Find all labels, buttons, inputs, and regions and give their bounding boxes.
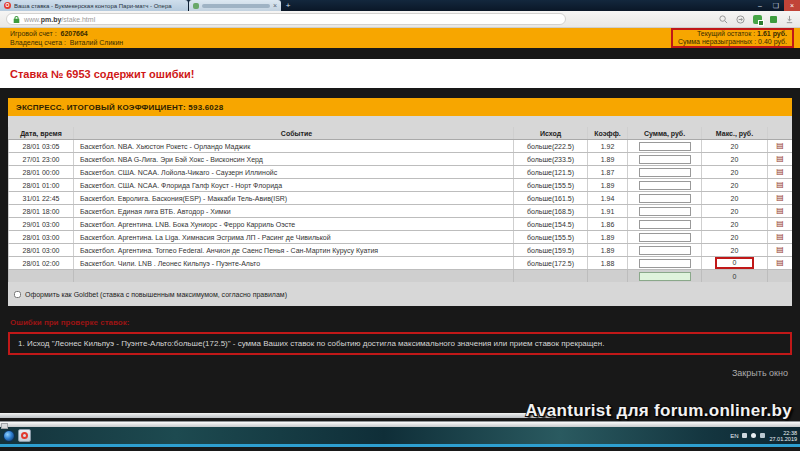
sum-input[interactable] [639, 246, 691, 255]
download-icon[interactable] [785, 15, 794, 24]
total-sum-input[interactable] [639, 272, 691, 281]
row-coeff: 1.89 [588, 179, 628, 191]
row-date: 28/01 03:05 [8, 140, 74, 152]
maximize-button[interactable]: ❏ [768, 0, 784, 11]
language-indicator[interactable]: EN [730, 433, 738, 439]
url-field[interactable]: www.pm.by/stake.html [6, 13, 566, 25]
bet-error-title: Ставка № 6953 содержит ошибки! [10, 68, 194, 80]
errors-heading: Ошибки при проверке ставок: [0, 318, 800, 327]
row-event: Баскетбол. Евролига. Баскония(ESP) - Мак… [74, 192, 514, 204]
max-value: 20 [731, 143, 739, 150]
system-tray: EN 22:38 27.01.2019 [730, 430, 797, 442]
row-coeff: 1.91 [588, 205, 628, 217]
goldbet-option[interactable]: Оформить как Goldbet (ставка с повышенны… [8, 291, 792, 298]
table-row: 31/01 22:45 Баскетбол. Евролига. Баскони… [8, 192, 792, 205]
row-outcome: больше(161.5) [514, 192, 588, 204]
row-outcome: больше(121.5) [514, 166, 588, 178]
close-window-link[interactable]: Закрыть окно [0, 368, 800, 378]
balance-value: 1.61 руб. [757, 30, 787, 37]
close-button[interactable]: × [784, 0, 800, 11]
minimize-button[interactable]: – [752, 0, 768, 11]
balance-label: Текущий остаток : [697, 30, 755, 37]
table-body: 28/01 03:05 Баскетбол. NBA. Хьюстон Роке… [8, 140, 792, 270]
sum-input[interactable] [639, 194, 691, 203]
errors-section: Ошибки при проверке ставок: 1. Исход "Ле… [0, 306, 800, 403]
clock-date: 27.01.2019 [769, 436, 797, 442]
row-outcome: больше(168.5) [514, 205, 588, 217]
lock-icon [13, 16, 20, 23]
clock[interactable]: 22:38 27.01.2019 [769, 430, 797, 442]
table-row: 28/01 03:05 Баскетбол. NBA. Хьюстон Роке… [8, 140, 792, 153]
search-icon[interactable] [719, 15, 728, 24]
max-value: 20 [731, 195, 739, 202]
event-stats-icon[interactable]: ▤ [776, 233, 784, 241]
row-event: Баскетбол. Аргентина. LNB. Бока Хуниорс … [74, 218, 514, 230]
row-outcome: больше(159.5) [514, 244, 588, 256]
sum-input[interactable] [639, 233, 691, 242]
browser-tab-inactive[interactable]: × [189, 0, 281, 11]
event-stats-icon[interactable]: ▤ [776, 194, 784, 202]
tray-update-icon[interactable] [751, 433, 756, 438]
row-date: 28/01 02:00 [8, 257, 74, 269]
row-event: Баскетбол. США. NCAA. Лойола-Чикаго - Са… [74, 166, 514, 178]
event-stats-icon[interactable]: ▤ [776, 155, 784, 163]
max-value: 0 [715, 257, 755, 269]
tray-network-icon[interactable] [742, 433, 747, 438]
sum-input[interactable] [639, 181, 691, 190]
table-total-row: 0 [8, 270, 792, 282]
owner-label: Владелец счета : [10, 39, 66, 46]
game-account-number: 6207664 [60, 30, 87, 37]
bet-error-strip: Ставка № 6953 содержит ошибки! [0, 59, 800, 88]
event-stats-icon[interactable]: ▤ [776, 246, 784, 254]
header-outcome: Исход [514, 127, 588, 139]
row-outcome: больше(172.5) [514, 257, 588, 269]
start-button[interactable] [3, 430, 15, 442]
max-value: 20 [731, 156, 739, 163]
row-event: Баскетбол. Аргентина. Torneo Federal. Ан… [74, 244, 514, 256]
table-row: 28/01 01:00 Баскетбол. США. NCAA. Флорид… [8, 179, 792, 192]
addressbar-icons [719, 15, 794, 24]
browser-tab-active[interactable]: O Ваша ставка - Букмекерская контора Пар… [0, 0, 188, 11]
goldbet-checkbox[interactable] [14, 291, 21, 298]
address-bar: www.pm.by/stake.html [0, 11, 800, 28]
event-stats-icon[interactable]: ▤ [776, 220, 784, 228]
sum-input[interactable] [639, 220, 691, 229]
row-outcome: больше(222.5) [514, 140, 588, 152]
sum-input[interactable] [639, 155, 691, 164]
sum-input[interactable] [639, 207, 691, 216]
share-icon[interactable] [736, 15, 745, 24]
row-date: 28/01 01:00 [8, 179, 74, 191]
window-title: Ваша ставка - Букмекерская контора Пари-… [14, 3, 172, 9]
sum-input[interactable] [639, 259, 691, 268]
coupon-panel: ЭКСПРЕСС. ИТОГОВЫЙ КОЭФФИЦИЕНТ: 593.6028… [8, 98, 792, 306]
window-controls: – ❏ × [752, 0, 800, 11]
table-row: 29/01 03:00 Баскетбол. Аргентина. LNB. Б… [8, 218, 792, 231]
tray-volume-icon[interactable] [760, 433, 765, 438]
tab-close-icon[interactable]: × [273, 2, 277, 9]
event-stats-icon[interactable]: ▤ [776, 181, 784, 189]
sum-input[interactable] [639, 168, 691, 177]
opera-icon: O [4, 2, 11, 9]
watermark-band: Avanturist для forum.onliner.by [0, 403, 800, 421]
plugin-icon[interactable] [770, 16, 777, 23]
new-tab-button[interactable]: + [281, 0, 295, 11]
table-row: 28/01 02:00 Баскетбол. Чили. LNB . Леоне… [8, 257, 792, 270]
sum-input[interactable] [639, 142, 691, 151]
row-event: Баскетбол. Чили. LNB . Леонес Кильпуэ - … [74, 257, 514, 269]
event-stats-icon[interactable]: ▤ [776, 168, 784, 176]
extension-icon[interactable] [753, 15, 762, 24]
goldbet-label: Оформить как Goldbet (ставка с повышенны… [25, 291, 287, 298]
event-stats-icon[interactable]: ▤ [776, 207, 784, 215]
background-window-edge [0, 413, 556, 418]
taskbar-bottom-line [0, 444, 800, 447]
event-stats-icon[interactable]: ▤ [776, 142, 784, 150]
taskbar-opera-icon[interactable] [18, 429, 31, 442]
row-event: Баскетбол. США. NCAA. Флорида Галф Коуст… [74, 179, 514, 191]
event-stats-icon[interactable]: ▤ [776, 259, 784, 267]
max-value: 20 [731, 221, 739, 228]
header-sum: Сумма, руб. [628, 127, 702, 139]
row-event: Баскетбол. Аргентина. La Liga. Химнасия … [74, 231, 514, 243]
row-date: 31/01 22:45 [8, 192, 74, 204]
row-coeff: 1.89 [588, 244, 628, 256]
header-coeff: Коэфф. [588, 127, 628, 139]
